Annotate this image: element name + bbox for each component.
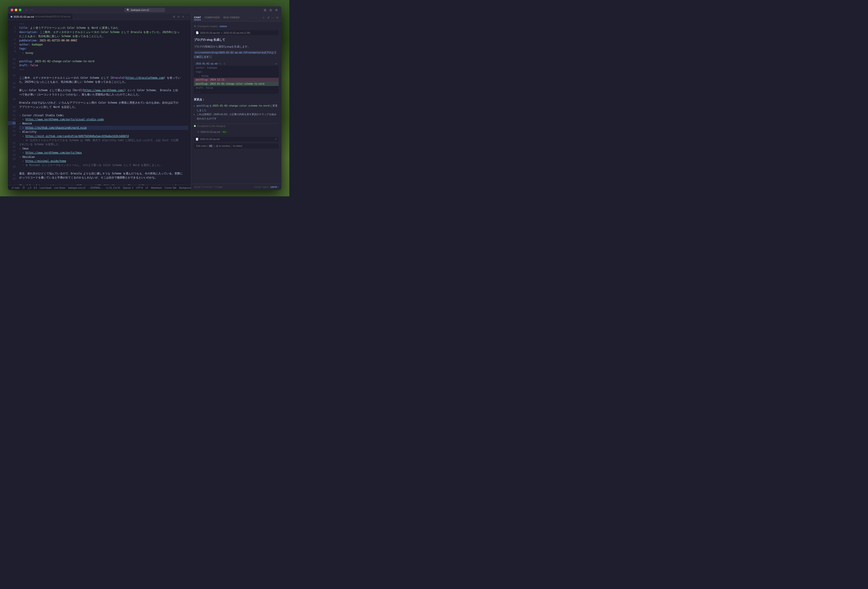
- encoding[interactable]: UTF-8: [135, 186, 144, 189]
- split-editor-button[interactable]: ⊞: [263, 8, 267, 12]
- diff-file-badge: 2025-01-02-aa.md +1 -1: [196, 62, 225, 65]
- split-vertical-button[interactable]: ⊟: [177, 15, 180, 19]
- code-line: [19, 180, 188, 184]
- sidebar-toggle-button[interactable]: ⊟: [269, 8, 273, 12]
- code-line: postSlug: 2025-01-02-change-color-scheme…: [19, 59, 188, 63]
- launchpad-button[interactable]: Launchpad: [38, 186, 52, 189]
- model-name[interactable]: claude-3.5-sonnet: [194, 186, 212, 188]
- code-line: description: ここ数年、エディタやターミナルエミュレータの Colo…: [19, 30, 188, 34]
- diff-line-ctx: tags:: [194, 70, 279, 74]
- warnings-count[interactable]: △ 0: [27, 186, 32, 189]
- file-path-code: src/content/blog/2025-01-02-aa.md のFront…: [194, 51, 276, 58]
- model-sep: /: [213, 186, 214, 188]
- edit-close-btn[interactable]: ✕: [275, 138, 277, 141]
- chat-body[interactable]: Checkpoint created. restore 📄 2025-01-02…: [191, 22, 281, 184]
- language-mode[interactable]: Markdown: [150, 186, 163, 189]
- code-line: title: よく使うアプリケーションの Color Scheme を Nord…: [19, 26, 188, 30]
- edit-code-bar: Edit code ( ⌘I ), @ to mention, ↑ to sel…: [194, 144, 279, 149]
- search-text: kadoppe.com.v2: [131, 9, 149, 11]
- active-tab[interactable]: 2025-01-02-aa.md src/content/blog/2025-0…: [8, 13, 73, 20]
- diff-line-ctx: draft: false: [194, 86, 279, 90]
- settings-button[interactable]: ⚙: [274, 8, 279, 12]
- new-chat-button[interactable]: ＋: [262, 16, 265, 20]
- traffic-lights: [10, 9, 21, 11]
- cursor-tab[interactable]: Cursor-Tab: [164, 186, 177, 189]
- code-line: - https://minimal.guide/home: [19, 159, 188, 163]
- code-line: - Obsidian: [19, 155, 188, 159]
- main-window: ← → 🔍 kadoppe.com.v2 ⊞ ⊟ ⚙ 2025-01-02-aa…: [8, 6, 281, 190]
- git-branch[interactable]: ⎇ main: [10, 186, 21, 189]
- close-chat-button[interactable]: ✕: [276, 16, 279, 20]
- minimize-button[interactable]: [15, 9, 18, 11]
- chat-tabs: CHAT COMPOSER BUG FINDER: [194, 15, 262, 20]
- chat-header-actions: ＋ ↺ ··· ✕: [262, 16, 279, 20]
- background-label[interactable]: Background: [178, 186, 191, 189]
- close-tab-button[interactable]: ✕: [182, 15, 185, 19]
- status-bar: ⎇ main ⓪ △ 0 ℹ 0 Launchpad Live Share ka…: [8, 185, 191, 190]
- completed-dot: [194, 125, 196, 127]
- file-ref-bar-2: 📝 2025-01-02-aa.md ✕: [194, 137, 279, 142]
- info-count[interactable]: ℹ 0: [33, 186, 38, 189]
- tab-filename: 2025-01-02-aa.md: [13, 15, 34, 18]
- code-line: tags:: [19, 47, 188, 51]
- search-bar[interactable]: 🔍 kadoppe.com.v2: [124, 8, 165, 12]
- edit-file-name[interactable]: 2025-01-02-aa.md: [200, 138, 220, 141]
- bullet-item-1: postSlug を 2025-01-02-change-color-schem…: [197, 104, 279, 112]
- chat-footer-right: normal / agent submit ↑: [254, 186, 279, 188]
- file-ref-bar: 📄 2025-01-02-aa.md » 2025-01-02-aa.md (1…: [194, 30, 279, 35]
- restore-link[interactable]: restore: [220, 25, 227, 28]
- code-line: - Cursor（Visual Studio Code）: [19, 113, 188, 117]
- code-line: [19, 84, 188, 88]
- history-button[interactable]: ↺: [267, 16, 270, 20]
- tab-path: src/content/blog/2025-01-02-aa.md: [35, 15, 71, 18]
- checkpoint-bar: Checkpoint created. restore: [194, 24, 279, 28]
- more-button[interactable]: ···: [272, 16, 274, 20]
- chat-header: CHAT COMPOSER BUG FINDER ＋ ↺ ··· ✕: [191, 13, 281, 22]
- titlebar: ← → 🔍 kadoppe.com.v2 ⊞ ⊟ ⚙: [8, 6, 281, 13]
- code-line: ---: [19, 67, 188, 71]
- code-line: - ※ Minimal というテーマをインストールし、その上で選べる Color…: [19, 163, 188, 167]
- edit-hint-text: Edit code (: [196, 145, 208, 147]
- titlebar-right-actions: ⊞ ⊟ ⚙: [263, 8, 279, 12]
- diff-block: 2025-01-02-aa.md +1 -1 ✓ author: kadoppe…: [194, 62, 279, 94]
- live-share-button[interactable]: Live Share: [53, 186, 66, 189]
- code-line: [19, 96, 188, 101]
- tab-composer[interactable]: COMPOSER: [205, 15, 220, 20]
- submit-button[interactable]: submit ↑: [270, 186, 279, 188]
- agent-mode: normal / agent: [254, 186, 269, 188]
- fullscreen-button[interactable]: [19, 9, 21, 11]
- more-options-button[interactable]: ···: [186, 15, 189, 19]
- code-line: Dracula のほではないけれど、いろんなアプリケーション用の Color S…: [19, 101, 188, 105]
- bullet-highlight-1: 2025-01-02-change-color-scheme-to-nord: [213, 104, 269, 107]
- split-horizontal-button[interactable]: ⊞: [173, 15, 176, 19]
- user-message-heading: ブログの slug 生成して: [194, 38, 279, 42]
- code-line: たこともあり、気分転換に新しい Scheme を使ってみることにした。: [19, 34, 188, 38]
- cursor-position[interactable]: Ln 21, Col 43: [105, 186, 121, 189]
- code-line: - tmux: [19, 147, 188, 151]
- completed-bar: Completed (1 file changed): [194, 123, 279, 128]
- ai-response-intro: ブログの投稿日から適切なslugを生成します。: [194, 44, 279, 49]
- errors-count[interactable]: ⓪: [21, 186, 26, 189]
- editor-content[interactable]: 2 3 5 6 7 8 10 11 12 14 15 16: [8, 20, 191, 185]
- forward-button[interactable]: →: [30, 8, 34, 12]
- code-line: た。2025年になったこともあり、気分転換に新しい Scheme を使ってみるこ…: [19, 80, 188, 84]
- back-button[interactable]: ←: [24, 8, 29, 12]
- close-button[interactable]: [10, 9, 13, 11]
- indentation[interactable]: Spaces: 2: [122, 186, 134, 189]
- ai-file-path-ref: src/content/blog/2025-01-02-aa.md のFront…: [194, 50, 279, 59]
- file-ref-2[interactable]: 2025-01-02-aa.md (1-38): [224, 31, 250, 34]
- bullet-text-2: これは投稿日（2025-01-02）と記事の内容を表す英語のスラッグを組み合わせ…: [197, 113, 276, 120]
- change-points-list: postSlug を 2025-01-02-change-color-schem…: [194, 104, 279, 121]
- project-name[interactable]: kadoppe.com.v2: [67, 186, 87, 189]
- bullet-item-2: これは投稿日（2025-01-02）と記事の内容を表す英語のスラッグを組み合わせ…: [197, 112, 279, 121]
- image-label[interactable]: # image: [214, 186, 223, 188]
- code-line: - essay: [19, 51, 188, 55]
- file-change-name[interactable]: 2025-01-02-aa.md: [201, 130, 220, 133]
- editor-area: 2025-01-02-aa.md src/content/blog/2025-0…: [8, 13, 191, 190]
- chat-model: claude-3.5-sonnet / # image: [194, 186, 223, 188]
- tab-chat[interactable]: CHAT: [194, 15, 201, 20]
- chat-panel: CHAT COMPOSER BUG FINDER ＋ ↺ ··· ✕ Check…: [191, 13, 281, 190]
- eol[interactable]: LF: [145, 186, 149, 189]
- tab-bug-finder[interactable]: BUG FINDER: [223, 15, 240, 20]
- file-ref-1[interactable]: 2025-01-02-aa.md: [200, 31, 220, 34]
